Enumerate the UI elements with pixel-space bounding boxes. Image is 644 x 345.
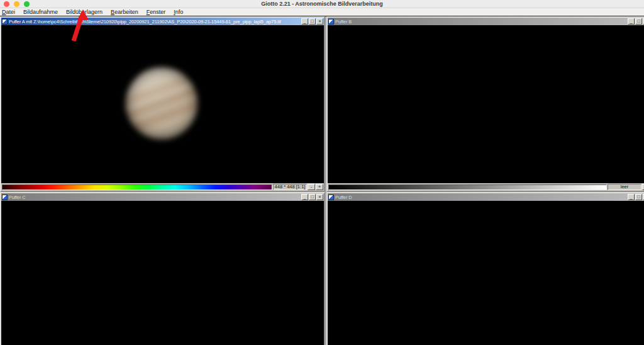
buffer-c-window: Puffer C _ □ × bbox=[0, 192, 325, 345]
buffer-empty-label: leer bbox=[608, 184, 641, 190]
buffer-icon[interactable] bbox=[2, 195, 8, 200]
buffer-b-canvas[interactable] bbox=[328, 25, 644, 183]
buffer-b-titlebar[interactable]: Puffer B _ □ × bbox=[328, 18, 644, 25]
buffer-a-canvas[interactable] bbox=[1, 25, 324, 183]
maximize-button[interactable]: □ bbox=[309, 194, 316, 200]
menu-bilduberlagern[interactable]: Bildüberlagern bbox=[66, 9, 107, 16]
buffer-icon[interactable] bbox=[328, 195, 334, 200]
menu-fenster[interactable]: Fenster bbox=[147, 9, 170, 16]
buffer-c-title: Puffer C bbox=[9, 194, 300, 201]
buffer-b-window: Puffer B _ □ × leer - bbox=[326, 16, 644, 192]
gray-lut-bar bbox=[328, 184, 607, 190]
jupiter-shade bbox=[126, 67, 197, 139]
maximize-button[interactable]: □ bbox=[635, 18, 642, 25]
buffer-d-canvas[interactable] bbox=[328, 201, 644, 345]
buffer-a-titlebar[interactable]: Puffer A mit Z:\home\pc4\Schreibtisch\St… bbox=[1, 18, 324, 25]
buffer-d-title: Puffer D bbox=[335, 194, 626, 201]
buffer-c-canvas[interactable] bbox=[1, 201, 324, 345]
close-button[interactable]: × bbox=[316, 18, 323, 25]
buffer-c-titlebar[interactable]: Puffer C _ □ × bbox=[1, 193, 324, 201]
menu-datei[interactable]: Datei bbox=[2, 9, 19, 16]
app-title: Giotto 2.21 - Astronomische Bildverarbei… bbox=[0, 1, 644, 7]
minimize-button[interactable]: _ bbox=[628, 18, 635, 25]
jupiter-image bbox=[126, 67, 197, 139]
close-button[interactable]: × bbox=[316, 194, 323, 200]
minimize-button[interactable]: _ bbox=[301, 18, 308, 25]
buffer-a-statusbar: 448 * 448 [1:1] - + bbox=[1, 183, 324, 191]
giotto-app-window: Giotto 2.21 - Astronomische Bildverarbei… bbox=[0, 0, 644, 345]
buffer-icon[interactable] bbox=[328, 19, 334, 25]
zoom-out-button[interactable]: - bbox=[308, 184, 315, 190]
menu-info[interactable]: Info bbox=[174, 9, 187, 16]
zoom-in-button[interactable]: + bbox=[316, 184, 323, 190]
color-lut-bar bbox=[2, 184, 272, 190]
buffer-b-title: Puffer B bbox=[335, 18, 626, 25]
macos-titlebar: Giotto 2.21 - Astronomische Bildverarbei… bbox=[0, 0, 644, 8]
mdi-area: Puffer A mit Z:\home\pc4\Schreibtisch\St… bbox=[0, 16, 644, 345]
buffer-icon[interactable] bbox=[2, 19, 8, 25]
menu-bildaufnahme[interactable]: Bildaufnahme bbox=[23, 9, 62, 16]
maximize-button[interactable]: □ bbox=[309, 18, 316, 25]
buffer-d-titlebar[interactable]: Puffer D _ □ × bbox=[328, 193, 644, 201]
maximize-button[interactable]: □ bbox=[635, 194, 642, 200]
menu-bearbeiten[interactable]: Bearbeiten bbox=[111, 9, 143, 16]
buffer-d-window: Puffer D _ □ × bbox=[326, 192, 644, 345]
menubar: Datei Bildaufnahme Bildüberlagern Bearbe… bbox=[0, 8, 644, 16]
minimize-button[interactable]: _ bbox=[628, 194, 635, 200]
buffer-a-window: Puffer A mit Z:\home\pc4\Schreibtisch\St… bbox=[0, 16, 325, 192]
buffer-b-statusbar: leer - bbox=[328, 183, 644, 191]
buffer-a-title: Puffer A mit Z:\home\pc4\Schreibtisch\St… bbox=[9, 18, 300, 25]
image-size-label: 448 * 448 [1:1] bbox=[273, 184, 307, 190]
minimize-button[interactable]: _ bbox=[301, 194, 308, 200]
